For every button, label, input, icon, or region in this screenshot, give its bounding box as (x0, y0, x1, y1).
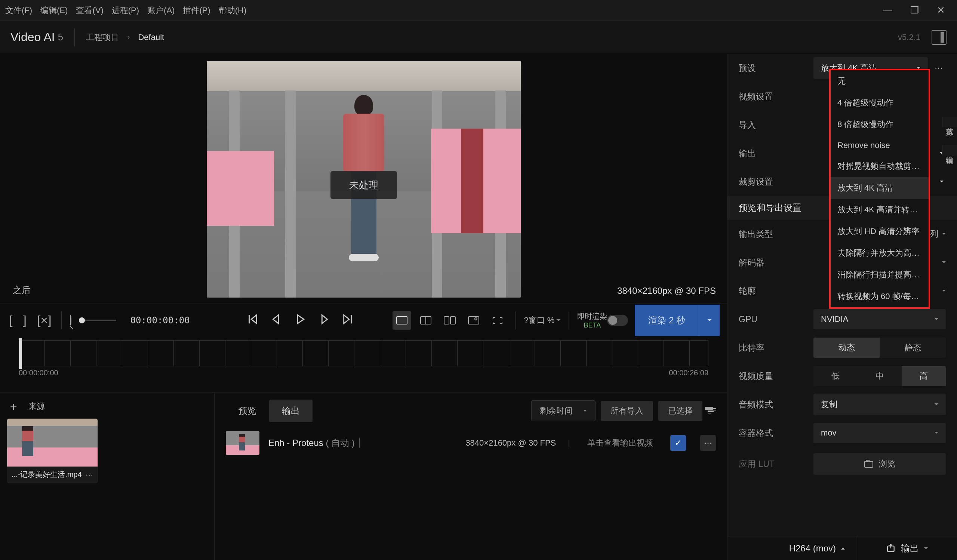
clear-marks-button[interactable]: [×] (36, 313, 53, 328)
side-tab-edit[interactable]: 编辑 (942, 145, 957, 156)
source-clip-card[interactable]: ...-记录美好生活.mp4 ⋯ (7, 418, 98, 483)
main-area: 未处理 之后 3840×2160px @ 30 FPS [ ] [×] 00:0… (0, 54, 957, 560)
menu-file[interactable]: 文件(F) (5, 5, 32, 16)
next-frame-button[interactable] (318, 313, 330, 328)
preset-opt-4x[interactable]: 4 倍超级慢动作 (831, 92, 929, 114)
zoom-slider[interactable] (79, 320, 116, 321)
view-split-button[interactable] (417, 311, 435, 330)
zoom-icon[interactable] (70, 315, 71, 326)
breadcrumb-current: Default (138, 33, 164, 42)
bitrate-dynamic[interactable]: 动态 (813, 338, 880, 358)
settings-panel: 预设 放大到 4K 高清 ⋯ 视频设置 裁剪 导入 编辑 输出 裁剪设置 预览和… (727, 54, 957, 560)
preset-opt-deint-up[interactable]: 消除隔行扫描并提高为高... (831, 264, 929, 286)
after-label: 之后 (13, 284, 31, 296)
view-side-button[interactable] (441, 311, 459, 330)
side-tab-crop[interactable]: 裁剪 (942, 117, 957, 127)
output-more-button[interactable]: ⋯ (700, 435, 716, 451)
timeline-end: 00:00:26:09 (669, 369, 708, 377)
contour-dropdown[interactable] (942, 290, 946, 293)
breadcrumb-root[interactable]: 工程项目 (86, 32, 119, 43)
preset-opt-none[interactable]: 无 (831, 70, 929, 92)
tab-output[interactable]: 输出 (269, 400, 313, 422)
menu-plugin[interactable]: 插件(P) (183, 5, 210, 16)
mark-out-button[interactable]: ] (21, 313, 28, 328)
view-single-button[interactable] (393, 311, 411, 330)
import-label: 导入 (739, 119, 813, 131)
preset-opt-deint-fhd[interactable]: 去除隔行并放大为高清 FHD (831, 242, 929, 264)
output-label: 输出 (739, 148, 813, 159)
audio-dropdown[interactable]: 复制 (813, 394, 946, 415)
render-dropdown-button[interactable] (699, 304, 720, 336)
preset-opt-stabilize[interactable]: 对摇晃视频自动裁剪稳定... (831, 156, 929, 177)
output-info: 3840×2160px @ 30 FPS (466, 438, 556, 448)
preset-opt-4k[interactable]: 放大到 4K 高清 (831, 177, 929, 199)
resolution-label: 3840×2160px @ 30 FPS (617, 286, 716, 296)
tab-preview[interactable]: 预览 (226, 400, 269, 422)
timeline-track[interactable] (19, 340, 708, 366)
minimize-button[interactable]: — (883, 5, 892, 16)
add-source-button[interactable]: ＋ (7, 400, 20, 413)
toggle-right-panel-button[interactable] (932, 30, 946, 45)
unprocessed-badge: 未处理 (330, 171, 397, 199)
preset-opt-denoise[interactable]: Remove noise (831, 135, 929, 156)
contour-label: 轮廓 (739, 285, 813, 297)
video-frame: 未处理 (207, 61, 521, 298)
selected-button[interactable]: 已选择 (658, 401, 703, 421)
play-button[interactable] (294, 313, 306, 328)
fullscreen-button[interactable] (488, 311, 507, 330)
maximize-button[interactable]: ❐ (910, 5, 919, 16)
sort-button[interactable] (707, 408, 716, 413)
mark-in-button[interactable]: [ (8, 313, 14, 328)
menu-edit[interactable]: 编辑(E) (40, 5, 68, 16)
remaining-time-dropdown[interactable]: 剩余时间 (531, 401, 595, 421)
quality-low[interactable]: 低 (813, 366, 858, 386)
quality-high[interactable]: 高 (902, 366, 946, 386)
playhead[interactable] (19, 338, 22, 369)
all-import-button[interactable]: 所有导入 (601, 401, 653, 421)
crop-collapse-button[interactable] (940, 181, 944, 184)
codec-dropdown[interactable]: H264 (mov) (728, 536, 856, 560)
quality-segmented[interactable]: 低 中 高 (813, 366, 946, 386)
view-output-link[interactable]: 单击查看输出视频 (587, 437, 653, 449)
menu-process[interactable]: 进程(P) (112, 5, 139, 16)
preset-opt-4k-conv[interactable]: 放大到 4K 高清并转换为 6... (831, 199, 929, 221)
preset-opt-hd[interactable]: 放大到 HD 高清分辨率 (831, 221, 929, 242)
export-button[interactable]: 输出 (856, 536, 957, 560)
decoder-dropdown[interactable] (942, 261, 946, 265)
audio-label: 音频模式 (739, 399, 813, 410)
bitrate-static[interactable]: 静态 (880, 338, 946, 358)
gpu-dropdown[interactable]: NVIDIA (813, 309, 946, 329)
lut-browse-button[interactable]: 浏览 (813, 453, 946, 475)
container-dropdown[interactable]: mov (813, 423, 946, 443)
preset-more-button[interactable]: ⋯ (932, 61, 946, 75)
menu-account[interactable]: 账户(A) (147, 5, 175, 16)
close-button[interactable]: ✕ (937, 5, 945, 16)
quality-label: 视频质量 (739, 371, 813, 382)
preset-label: 预设 (739, 62, 813, 74)
prev-frame-button[interactable] (270, 313, 283, 328)
view-pip-button[interactable] (464, 311, 483, 330)
render-button[interactable]: 渲染 2 秒 (635, 304, 699, 336)
output-name[interactable]: Enh - Proteus ( 自动 ) (268, 437, 364, 449)
svg-point-6 (475, 318, 477, 320)
skip-end-button[interactable] (342, 313, 354, 328)
svg-rect-0 (396, 317, 407, 324)
source-label: 来源 (28, 401, 45, 412)
source-more-button[interactable]: ⋯ (85, 470, 93, 479)
preset-menu[interactable]: 无 4 倍超级慢动作 8 倍超级慢动作 Remove noise 对摇晃视频自动… (829, 69, 930, 309)
output-confirm-button[interactable]: ✓ (670, 435, 686, 451)
quality-mid[interactable]: 中 (858, 366, 902, 386)
window-percent-dropdown[interactable]: ?窗口 % (524, 315, 561, 326)
menu-bar: 文件(F) 编辑(E) 查看(V) 进程(P) 账户(A) 插件(P) 帮助(H… (0, 0, 957, 21)
menu-help[interactable]: 帮助(H) (219, 5, 247, 16)
export-footer: H264 (mov) 输出 (728, 536, 957, 560)
timeline[interactable]: 00:00:00:00 00:00:26:09 (0, 336, 727, 393)
preset-opt-60fps[interactable]: 转换视频为 60 帧/每秒高 (831, 286, 929, 307)
skip-start-button[interactable] (246, 313, 259, 328)
bitrate-label: 比特率 (739, 342, 813, 353)
app-header: Video AI 5 工程项目 › Default v5.2.1 (0, 21, 957, 54)
instant-render-toggle[interactable] (607, 315, 628, 326)
preset-opt-8x[interactable]: 8 倍超级慢动作 (831, 114, 929, 135)
menu-view[interactable]: 查看(V) (76, 5, 103, 16)
bitrate-segmented[interactable]: 动态 静态 (813, 338, 946, 358)
